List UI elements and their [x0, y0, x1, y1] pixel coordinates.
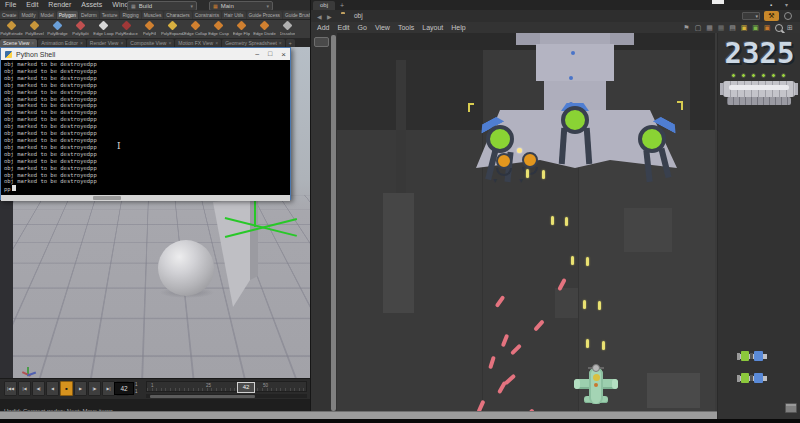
shelf-tool-polyreduce[interactable]: PolyReduce: [115, 20, 138, 38]
shelf-tool-polyfill[interactable]: PolyFill: [138, 20, 161, 38]
new-tab-button[interactable]: +: [340, 1, 344, 10]
shelf-tab-characters[interactable]: Characters: [164, 11, 191, 20]
box-icon[interactable]: ▢: [694, 24, 702, 32]
shelf-tool-edge-collapse[interactable]: Edge Collapse: [184, 20, 207, 38]
menu-item-assets[interactable]: Assets: [76, 0, 107, 10]
player-bullet: [586, 257, 589, 266]
shelf-tab-texture[interactable]: Texture: [100, 11, 120, 20]
python-shell-hscrollbar[interactable]: [1, 195, 290, 201]
shelf-tool-polyexpand2d[interactable]: PolyExpand2D: [161, 20, 184, 38]
pane-collapse-button[interactable]: [314, 37, 329, 47]
grid-icon[interactable]: ▦: [706, 24, 714, 32]
net-menu-item-edit[interactable]: Edit: [333, 22, 353, 33]
transport-button-2[interactable]: ◀|: [32, 381, 45, 396]
shelf-tab-constraints[interactable]: Constraints: [193, 11, 221, 20]
window-restore-icon[interactable]: ▪: [770, 1, 772, 9]
shelf-tool-dissolve[interactable]: Dissolve: [276, 20, 299, 38]
shell-prompt-line: pp: [4, 185, 287, 192]
timeline-scrollbar[interactable]: [146, 394, 307, 398]
scrollbar-handle[interactable]: [93, 196, 121, 200]
net-menu-item-help[interactable]: Help: [447, 22, 469, 33]
snapshot-dropdown[interactable]: ▾: [742, 12, 760, 20]
tab-obj[interactable]: obj: [313, 1, 335, 10]
menu-item-edit[interactable]: Edit: [21, 0, 43, 10]
new-tab-icon[interactable]: ⊞: [786, 24, 794, 32]
menu-item-render[interactable]: Render: [43, 0, 76, 10]
pane-tab-geometry-spreadsheet[interactable]: Geometry Spreadsheet×: [222, 39, 285, 47]
search-icon[interactable]: [775, 24, 783, 32]
shelf-tool-polyextrude[interactable]: PolyExtrude: [0, 20, 23, 38]
python-shell-output[interactable]: I obj marked to be destroyedppobj marked…: [1, 60, 290, 195]
flag-icon[interactable]: ⚑: [683, 24, 691, 32]
menu-item-file[interactable]: File: [0, 0, 21, 10]
shelf-tab-guide-brushes[interactable]: Guide Brushes: [283, 11, 310, 20]
timeline-scroll-handle[interactable]: [150, 395, 255, 398]
shelf-tool-edge-flip[interactable]: Edge Flip: [230, 20, 253, 38]
shelf-tab-rigging[interactable]: Rigging: [120, 11, 140, 20]
transport-button-4[interactable]: ■: [60, 381, 73, 396]
timeline-ruler[interactable]: 42 12550: [146, 381, 307, 392]
yellow-box-icon[interactable]: ▣: [740, 24, 748, 32]
shelf-tool-edge-cusp[interactable]: Edge Cusp: [207, 20, 230, 38]
grid2-icon[interactable]: ▦: [717, 24, 725, 32]
pane-tab-render-view[interactable]: Render View×: [87, 39, 126, 47]
back-icon[interactable]: ◀: [317, 13, 322, 20]
python-shell-window[interactable]: Python Shell – □ × I obj marked to be de…: [0, 47, 291, 200]
close-tab-icon[interactable]: ×: [215, 40, 218, 46]
corner-page-icon[interactable]: [785, 403, 797, 413]
pane-tab-animation-editor[interactable]: Animation Editor×: [38, 39, 86, 47]
pane-tab-motion-fx-view[interactable]: Motion FX View×: [175, 39, 221, 47]
forward-icon[interactable]: ▶: [327, 13, 332, 20]
player-bullet: [565, 217, 568, 226]
shelf-tab-hair-utils[interactable]: Hair Utils: [222, 11, 245, 20]
close-tab-icon[interactable]: ×: [120, 40, 123, 46]
shelf-tab-create[interactable]: Create: [0, 11, 18, 20]
layers-icon[interactable]: ▤: [729, 24, 737, 32]
text-cursor-ibeam: I: [117, 142, 123, 151]
help-circle-icon[interactable]: [784, 12, 792, 20]
shelf-tool-polybevel[interactable]: PolyBevel: [23, 20, 46, 38]
close-tab-icon[interactable]: ×: [80, 40, 83, 46]
transport-button-3[interactable]: ◀: [46, 381, 59, 396]
chevron-down-icon[interactable]: ▾: [785, 1, 788, 9]
close-tab-icon[interactable]: ×: [279, 40, 282, 46]
pane-tab-scene-view[interactable]: Scene View×: [0, 39, 37, 47]
shelf-tab-guide-process[interactable]: Guide Process: [247, 11, 282, 20]
shelf-tool-polybridge[interactable]: PolyBridge: [46, 20, 69, 38]
maximize-icon[interactable]: □: [268, 50, 272, 59]
transport-button-5[interactable]: ▶: [74, 381, 87, 396]
pane-tab-composite-view[interactable]: Composite View×: [127, 39, 174, 47]
timeline-tick-label: 1: [151, 383, 154, 388]
game-viewport[interactable]: ▾ ▾: [337, 33, 717, 411]
network-path[interactable]: obj: [354, 12, 363, 19]
close-tab-icon[interactable]: ×: [31, 40, 34, 46]
shelf-tool-edge-loop[interactable]: Edge Loop: [92, 20, 115, 38]
frame-range-fields[interactable]: 1 1: [135, 381, 138, 395]
shelf-tab-modify[interactable]: Modify: [19, 11, 37, 20]
net-menu-item-layout[interactable]: Layout: [418, 22, 447, 33]
shelf-tab-polygon[interactable]: Polygon: [57, 11, 78, 20]
net-menu-item-view[interactable]: View: [371, 22, 394, 33]
net-menu-item-go[interactable]: Go: [354, 22, 371, 33]
wrench-button[interactable]: ⚒: [764, 11, 779, 21]
current-frame-marker[interactable]: 42: [237, 382, 255, 393]
net-menu-item-tools[interactable]: Tools: [394, 22, 418, 33]
shelf-tab-model[interactable]: Model: [39, 11, 56, 20]
game-left-scrollbar[interactable]: [331, 35, 336, 411]
python-shell-titlebar[interactable]: Python Shell – □ ×: [1, 48, 290, 60]
transport-button-0[interactable]: |◀◀: [4, 381, 17, 396]
orange-box-icon[interactable]: ▣: [763, 24, 771, 32]
shelf-tool-edge-divide[interactable]: Edge Divide: [253, 20, 276, 38]
shelf-tab-muscles[interactable]: Muscles: [142, 11, 164, 20]
close-tab-icon[interactable]: ×: [168, 40, 171, 46]
net-menu-item-add[interactable]: Add: [313, 22, 333, 33]
transport-button-1[interactable]: |◀: [18, 381, 31, 396]
shelf-tab-deform[interactable]: Deform: [79, 11, 99, 20]
shelf-tool-polysplit[interactable]: PolySplit: [69, 20, 92, 38]
close-icon[interactable]: ×: [281, 50, 286, 59]
current-frame-field[interactable]: 42: [114, 382, 134, 395]
transport-button-6[interactable]: |▶: [88, 381, 101, 396]
pane-tab-add[interactable]: +: [286, 39, 295, 47]
green-box-icon[interactable]: ▣: [752, 24, 760, 32]
minimize-icon[interactable]: –: [255, 50, 259, 59]
